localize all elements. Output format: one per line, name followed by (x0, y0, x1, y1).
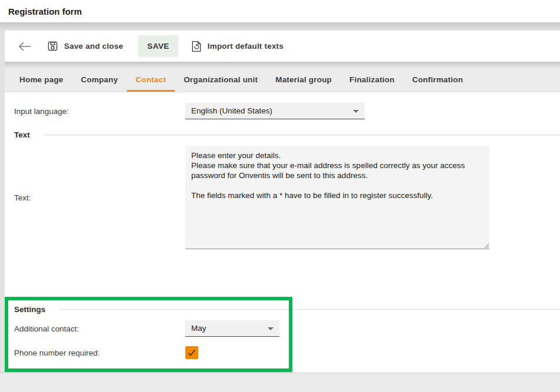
settings-section-title: Settings (14, 305, 45, 314)
tab-bar: Home page Company Contact Organizational… (5, 69, 560, 92)
tab-confirmation[interactable]: Confirmation (404, 69, 472, 92)
tab-company[interactable]: Company (72, 69, 127, 92)
text-field-input[interactable]: Please enter your details. Please make s… (185, 146, 489, 249)
toolbar: Save and close SAVE Import default texts (5, 31, 560, 62)
import-icon (191, 41, 202, 52)
input-language-select[interactable]: English (United States) (185, 103, 365, 119)
input-language-row: Input language: English (United States) (14, 103, 560, 119)
text-section-header: Text (14, 130, 560, 139)
form-content: Input language: English (United States) … (5, 92, 560, 373)
additional-contact-value: May (191, 324, 206, 333)
toolbar-shadow (5, 62, 560, 69)
page-footer (0, 373, 560, 392)
tab-finalization[interactable]: Finalization (341, 69, 404, 92)
phone-required-label: Phone number required: (14, 349, 185, 357)
phone-required-row: Phone number required: (14, 346, 560, 359)
additional-contact-select[interactable]: May (185, 320, 279, 337)
save-icon (47, 41, 58, 52)
save-button[interactable]: SAVE (138, 35, 178, 57)
additional-contact-row: Additional contact: May (14, 320, 560, 337)
import-default-texts-button[interactable]: Import default texts (191, 41, 284, 52)
text-section-title: Text (14, 130, 30, 139)
tab-contact[interactable]: Contact (127, 69, 175, 92)
text-field-row: Text: Please enter your details. Please … (14, 146, 560, 249)
input-language-label: Input language: (14, 107, 185, 116)
additional-contact-label: Additional contact: (14, 324, 185, 333)
back-arrow-icon (18, 42, 31, 51)
checkmark-icon (187, 349, 196, 357)
text-field-label: Text: (14, 193, 185, 202)
input-language-value: English (United States) (191, 106, 272, 115)
tab-organizational-unit[interactable]: Organizational unit (175, 69, 266, 92)
chevron-down-icon (353, 110, 359, 113)
section-divider (44, 135, 560, 135)
section-divider (59, 309, 560, 310)
save-and-close-label: Save and close (64, 42, 123, 51)
back-button[interactable] (16, 38, 33, 55)
tab-home-page[interactable]: Home page (11, 69, 72, 92)
window-header: Registration form (0, 0, 560, 22)
chevron-down-icon (268, 327, 274, 330)
settings-section-header: Settings (14, 304, 560, 314)
phone-required-checkbox[interactable] (185, 346, 198, 359)
import-default-texts-label: Import default texts (208, 42, 284, 51)
page-title: Registration form (8, 6, 82, 16)
save-and-close-button[interactable]: Save and close (47, 41, 123, 52)
header-shadow (0, 22, 560, 31)
tab-material-group[interactable]: Material group (266, 69, 341, 92)
